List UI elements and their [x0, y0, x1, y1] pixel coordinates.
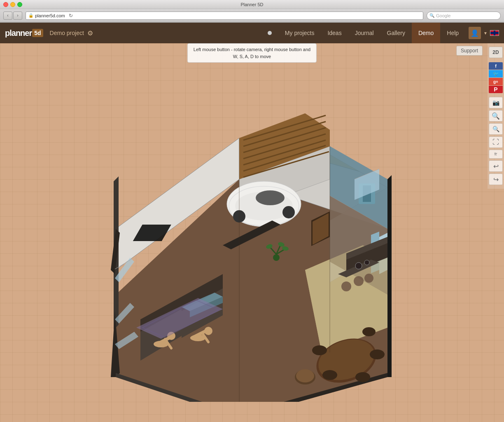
browser-toolbar: ‹ › 🔒 planner5d.com ↻ 🔍 Google	[0, 9, 504, 22]
fullscreen-button[interactable]: ⛶	[489, 136, 503, 148]
svg-point-65	[364, 260, 369, 265]
address-text: planner5d.com	[35, 13, 65, 18]
search-bar[interactable]: 🔍 Google	[427, 12, 501, 20]
user-avatar[interactable]: 👤	[469, 27, 481, 39]
nav-dot	[268, 31, 272, 35]
language-flag[interactable]	[490, 30, 499, 36]
view-2d-button[interactable]: 2D	[489, 47, 503, 58]
nav-links: My projects Ideas Journal Gallery Demo H…	[278, 23, 465, 43]
browser-title: Planner 5D	[240, 2, 263, 7]
floorplan-container[interactable]	[66, 64, 404, 402]
tooltip-line1: Left mouse button - rotate camera, right…	[194, 47, 310, 52]
nav-buttons: ‹ ›	[3, 12, 22, 20]
browser-chrome: Planner 5D ‹ › 🔒 planner5d.com ↻ 🔍 Googl…	[0, 0, 504, 23]
units-button[interactable]: ft'	[489, 150, 503, 159]
right-toolbar: 2D f 🐦 g+ P 📷 🔍 🔍 ⛶ ft' ↩ ↪	[488, 43, 504, 189]
close-button[interactable]	[3, 2, 8, 7]
facebook-button[interactable]: f	[489, 62, 503, 70]
redo-button[interactable]: ↪	[489, 173, 503, 185]
logo-text: planner	[5, 28, 32, 38]
svg-point-46	[204, 327, 212, 335]
svg-point-25	[256, 190, 285, 205]
svg-point-67	[354, 276, 364, 286]
browser-titlebar: Planner 5D	[0, 0, 504, 9]
social-buttons: f 🐦 g+ P	[489, 62, 503, 93]
nav-my-projects[interactable]: My projects	[278, 23, 321, 43]
nav-demo[interactable]: Demo	[412, 23, 440, 43]
svg-point-64	[355, 263, 362, 269]
camera-button[interactable]: 📷	[489, 97, 503, 108]
zoom-in-button[interactable]: 🔍	[489, 110, 503, 122]
search-placeholder: Google	[436, 13, 450, 18]
svg-point-72	[322, 370, 337, 380]
nav-gallery[interactable]: Gallery	[380, 23, 412, 43]
settings-gear-icon[interactable]: ⚙	[87, 29, 93, 37]
traffic-lights	[3, 2, 22, 7]
forward-button[interactable]: ›	[13, 12, 22, 20]
support-button[interactable]: Support	[456, 46, 483, 56]
twitter-button[interactable]: 🐦	[489, 70, 503, 77]
svg-point-28	[282, 206, 295, 218]
svg-point-66	[341, 281, 351, 291]
logo-badge: 5d	[32, 29, 43, 37]
svg-point-73	[355, 372, 370, 382]
lock-icon: 🔒	[28, 13, 33, 18]
pinterest-button[interactable]: P	[489, 86, 503, 93]
main-content: Left mouse button - rotate camera, right…	[0, 43, 504, 422]
address-bar[interactable]: 🔒 planner5d.com ↻	[26, 12, 423, 20]
nav-ideas[interactable]: Ideas	[321, 23, 348, 43]
back-button[interactable]: ‹	[3, 12, 12, 20]
refresh-button[interactable]: ↻	[67, 12, 75, 20]
google-plus-button[interactable]: g+	[489, 78, 503, 85]
svg-point-74	[370, 349, 385, 359]
logo-area: planner 5d	[5, 28, 43, 38]
project-name: Demo project	[50, 30, 84, 36]
zoom-out-button[interactable]: 🔍	[489, 123, 503, 135]
search-icon: 🔍	[429, 13, 434, 18]
svg-marker-14	[387, 175, 392, 377]
maximize-button[interactable]	[17, 2, 22, 7]
svg-point-75	[362, 327, 376, 336]
nav-user-area: 👤 ▼	[465, 27, 499, 39]
undo-button[interactable]: ↩	[489, 160, 503, 172]
user-dropdown-arrow[interactable]: ▼	[483, 31, 488, 35]
tooltip-line2: W, S, A, D to move	[233, 54, 271, 59]
svg-point-68	[364, 274, 373, 283]
nav-help[interactable]: Help	[440, 23, 465, 43]
nav-journal[interactable]: Journal	[348, 23, 380, 43]
app-navbar: planner 5d Demo project ⚙ My projects Id…	[0, 23, 504, 43]
svg-point-51	[273, 254, 280, 261]
camera-tooltip: Left mouse button - rotate camera, right…	[187, 43, 317, 63]
svg-point-71	[312, 345, 327, 355]
svg-point-77	[296, 369, 314, 382]
minimize-button[interactable]	[10, 2, 15, 7]
floorplan-svg	[66, 64, 404, 402]
